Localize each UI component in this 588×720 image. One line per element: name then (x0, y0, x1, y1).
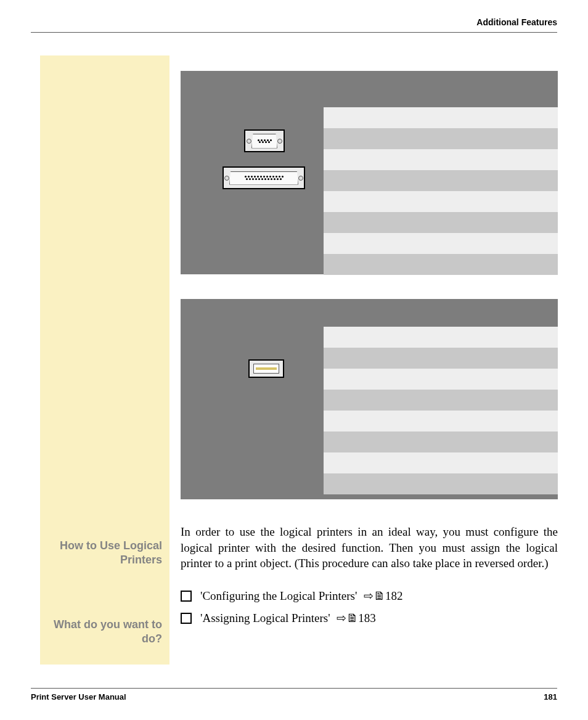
page-footer: Print Server User Manual 181 (31, 688, 557, 702)
arrow-icon: ⇨ (337, 607, 346, 629)
checkbox-icon (181, 613, 192, 624)
page-icon: 🗎 (346, 607, 358, 629)
page-header: Additional Features (31, 17, 557, 33)
checklist-item: 'Assigning Logical Printers' ⇨🗎183 (181, 607, 558, 629)
figure-table-rows (324, 327, 558, 494)
page-ref: ⇨🗎183 (337, 607, 376, 629)
section-title: Additional Features (476, 17, 557, 27)
internal-card-icon (248, 359, 284, 378)
page-number: 182 (385, 585, 403, 607)
figure-internal-diagram (181, 299, 558, 499)
checklist-label: 'Assigning Logical Printers' (200, 612, 330, 624)
checklist: 'Configuring the Logical Printers' ⇨🗎182… (181, 585, 558, 629)
sidebar-heading-howto: How to Use Logical Printers (51, 539, 162, 568)
page-ref: ⇨🗎182 (364, 585, 403, 607)
figure-table-rows (324, 107, 558, 275)
footer-page-number: 181 (544, 692, 557, 702)
footer-manual-title: Print Server User Manual (31, 692, 126, 702)
sidebar: How to Use Logical Printers What do you … (40, 55, 169, 665)
body-paragraph: In order to use the logical printers in … (181, 524, 558, 571)
page-number: 183 (358, 607, 376, 629)
page-icon: 🗎 (374, 585, 385, 607)
db25-parallel-port-icon (223, 166, 305, 189)
figure-ports-diagram (181, 71, 558, 274)
sidebar-heading-whatdo: What do you want to do? (51, 618, 162, 647)
checkbox-icon (181, 591, 192, 602)
arrow-icon: ⇨ (364, 585, 374, 607)
checklist-item: 'Configuring the Logical Printers' ⇨🗎182 (181, 585, 558, 607)
main-content: In order to use the logical printers in … (181, 71, 558, 629)
db9-serial-port-icon (244, 129, 285, 152)
checklist-label: 'Configuring the Logical Printers' (200, 589, 357, 602)
